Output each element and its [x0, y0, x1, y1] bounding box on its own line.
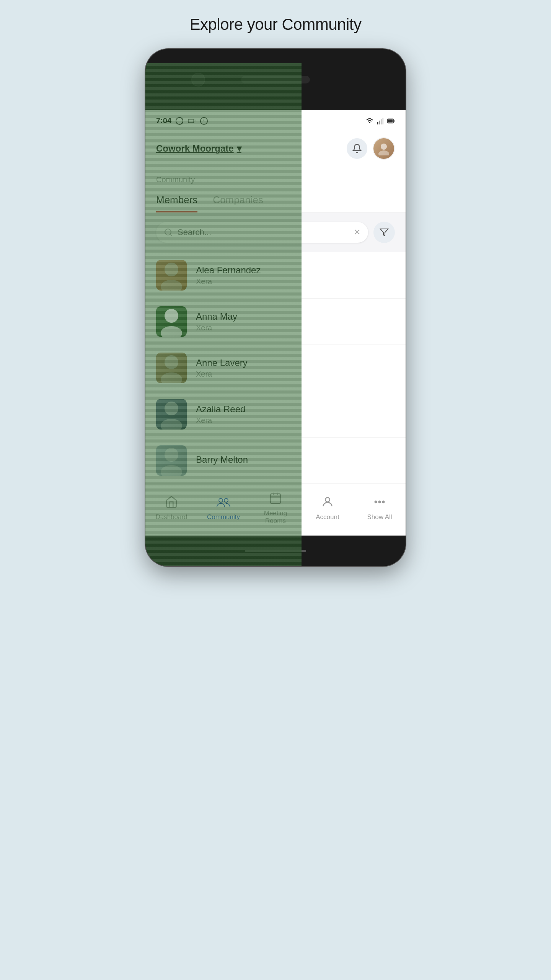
- filter-icon: [380, 228, 389, 237]
- account-icon: [321, 495, 334, 510]
- user-avatar[interactable]: [373, 137, 395, 160]
- svg-point-18: [161, 326, 182, 337]
- wifi-icon: [366, 117, 373, 125]
- member-avatar: [156, 306, 187, 337]
- phone-frame: 7:04: [145, 49, 406, 566]
- battery-icon: [387, 117, 395, 125]
- nav-label-show-all: Show All: [367, 513, 392, 521]
- svg-rect-6: [379, 121, 380, 124]
- svg-rect-7: [381, 119, 382, 124]
- nav-item-show-all[interactable]: Show All: [360, 495, 399, 521]
- phone-screen: 7:04: [145, 110, 406, 536]
- signal-icon: [377, 117, 384, 125]
- user-avatar-icon: [377, 142, 391, 155]
- member-list: Alea Fernandez Xera: [145, 252, 406, 483]
- svg-point-12: [378, 150, 389, 155]
- nav-item-account[interactable]: Account: [308, 495, 347, 521]
- more-icon: [373, 495, 386, 510]
- svg-rect-8: [382, 118, 383, 124]
- status-icons: [366, 117, 395, 125]
- svg-point-33: [379, 501, 380, 503]
- page-title: Explore your Community: [190, 15, 362, 34]
- svg-point-31: [325, 498, 329, 502]
- notifications-button[interactable]: [347, 138, 367, 159]
- nav-label-account: Account: [316, 513, 339, 521]
- svg-rect-5: [377, 122, 378, 124]
- svg-marker-14: [380, 229, 388, 236]
- clear-search-button[interactable]: ✕: [354, 227, 360, 237]
- header-actions: [347, 137, 395, 160]
- svg-point-11: [381, 144, 387, 150]
- svg-point-34: [383, 501, 384, 503]
- avatar-placeholder-icon: [160, 306, 183, 337]
- filter-button[interactable]: [373, 222, 395, 243]
- list-item[interactable]: Anna May Xera: [145, 299, 406, 345]
- bell-icon: [352, 144, 362, 154]
- svg-point-32: [375, 501, 377, 503]
- svg-point-17: [165, 309, 178, 323]
- svg-rect-10: [388, 119, 393, 122]
